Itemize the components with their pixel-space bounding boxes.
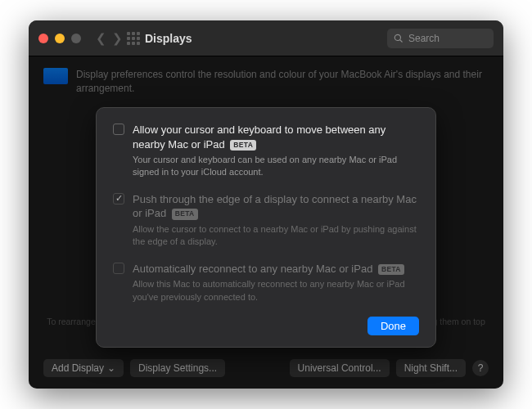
option-title: Automatically reconnect to any nearby Ma… xyxy=(133,262,419,276)
checkbox-push-edge[interactable] xyxy=(113,193,124,204)
fullscreen-window-button[interactable] xyxy=(71,34,81,43)
window-controls xyxy=(38,34,81,43)
window-body: Display preferences control the resoluti… xyxy=(29,56,503,389)
beta-badge: BETA xyxy=(378,264,404,275)
show-all-icon[interactable] xyxy=(127,32,140,45)
forward-button[interactable]: ❯ xyxy=(109,31,125,46)
search-placeholder: Search xyxy=(408,33,440,44)
checkbox-auto-reconnect[interactable] xyxy=(113,263,124,274)
search-icon xyxy=(394,34,404,43)
option-push-edge: Push through the edge of a display to co… xyxy=(113,192,419,249)
option-allow-cursor: Allow your cursor and keyboard to move b… xyxy=(113,123,419,179)
checkbox-allow-cursor[interactable] xyxy=(113,124,124,135)
universal-control-sheet: Allow your cursor and keyboard to move b… xyxy=(96,107,436,348)
window-title: Displays xyxy=(145,32,387,45)
beta-badge: BETA xyxy=(172,209,198,219)
option-auto-reconnect: Automatically reconnect to any nearby Ma… xyxy=(113,262,419,303)
close-window-button[interactable] xyxy=(38,34,48,43)
sheet-actions: Done xyxy=(113,317,419,335)
preferences-window: ❮ ❯ Displays Search Display preferences … xyxy=(29,20,503,389)
search-field[interactable]: Search xyxy=(387,29,494,48)
back-button[interactable]: ❮ xyxy=(92,31,109,46)
beta-badge: BETA xyxy=(230,140,256,151)
done-button[interactable]: Done xyxy=(367,317,419,335)
option-title: Allow your cursor and keyboard to move b… xyxy=(133,123,419,151)
option-description: Your cursor and keyboard can be used on … xyxy=(133,154,419,179)
option-description: Allow this Mac to automatically reconnec… xyxy=(133,278,419,303)
minimize-window-button[interactable] xyxy=(55,34,65,43)
option-title: Push through the edge of a display to co… xyxy=(133,192,419,221)
option-description: Allow the cursor to connect to a nearby … xyxy=(133,223,419,249)
titlebar: ❮ ❯ Displays Search xyxy=(29,20,503,56)
